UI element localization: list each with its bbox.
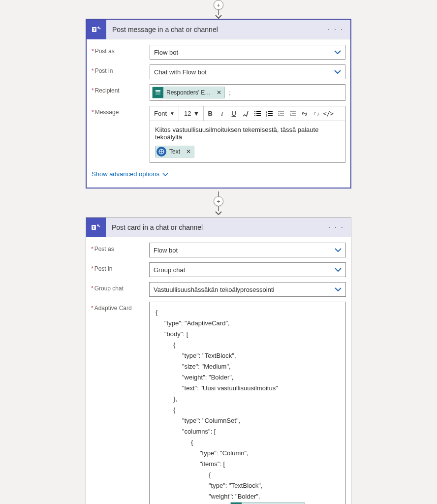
card-header: T Post card in a chat or channel · · ·	[86, 218, 351, 237]
adaptive-card-embedded-token[interactable]: Vastuullisuuspr… ✕	[230, 502, 304, 504]
rte-toolbar: Font ▼ 12 ▼ B I U	[150, 106, 345, 121]
card-menu-button[interactable]: · · ·	[321, 223, 351, 232]
svg-rect-21	[290, 111, 296, 112]
plus-icon: +	[217, 1, 220, 9]
chevron-down-icon	[335, 268, 342, 272]
chevron-down-icon	[162, 170, 168, 178]
plus-icon: +	[217, 198, 220, 205]
svg-point-8	[254, 113, 255, 114]
svg-rect-19	[280, 113, 284, 114]
svg-rect-15	[268, 113, 273, 114]
recipient-input[interactable]: Responders' E… ✕ ;	[150, 84, 345, 101]
card-title: Post card in a chat or channel	[106, 223, 321, 231]
svg-rect-13	[268, 111, 273, 112]
action-card-post-card[interactable]: T Post card in a chat or channel · · · *…	[86, 217, 351, 504]
unlink-button[interactable]	[311, 108, 322, 119]
underline-button[interactable]: U	[228, 108, 239, 119]
svg-point-27	[97, 224, 99, 226]
svg-rect-11	[256, 115, 261, 116]
code-view-button[interactable]: </>	[323, 108, 334, 119]
svg-rect-9	[256, 113, 261, 114]
post-as-select[interactable]: Flow bot	[149, 243, 346, 257]
svg-rect-5	[156, 90, 160, 92]
arrow-down-icon	[215, 211, 222, 215]
flow-connector-line	[218, 10, 219, 15]
chevron-down-icon	[335, 248, 342, 252]
card-title: Post message in a chat or channel	[106, 26, 321, 33]
svg-rect-22	[292, 113, 296, 114]
field-message: *Message Font ▼ 12 ▼ B	[87, 103, 350, 165]
action-card-post-message[interactable]: T Post message in a chat or channel · · …	[86, 19, 351, 189]
recipient-separator: ;	[227, 89, 231, 96]
chevron-down-icon	[334, 70, 341, 74]
card-menu-button[interactable]: · · ·	[321, 25, 350, 34]
recipient-token[interactable]: Responders' E… ✕	[152, 87, 225, 98]
flow-connector-line	[218, 206, 219, 211]
group-chat-select[interactable]: Vastuullisuushässäkän tekoälyprosessoint…	[149, 282, 346, 297]
message-body[interactable]: Kiitos vastuullisuusilmoituksen tekemise…	[150, 121, 345, 146]
field-post-in: *Post in Chat with Flow bot	[87, 62, 350, 82]
svg-rect-20	[278, 115, 284, 116]
chevron-down-icon	[334, 50, 341, 54]
svg-point-6	[254, 111, 255, 112]
svg-rect-7	[256, 111, 261, 112]
teams-icon: T	[86, 218, 106, 237]
dynamic-content-icon	[156, 147, 166, 157]
dropdown-icon: ▼	[170, 111, 175, 116]
field-post-as: *Post as Flow bot	[87, 42, 350, 62]
svg-point-3	[99, 28, 100, 29]
font-family-select[interactable]: Font ▼	[152, 106, 179, 121]
svg-text:T: T	[92, 225, 95, 230]
post-in-select[interactable]: Group chat	[149, 262, 346, 277]
flow-connector-line	[218, 191, 219, 196]
outdent-button[interactable]	[276, 108, 286, 119]
italic-button[interactable]: I	[217, 108, 227, 119]
message-editor[interactable]: Font ▼ 12 ▼ B I U	[150, 106, 345, 163]
post-as-select[interactable]: Flow bot	[150, 45, 345, 60]
link-button[interactable]	[299, 108, 310, 119]
bold-button[interactable]: B	[205, 108, 216, 119]
highlight-button[interactable]	[240, 108, 251, 119]
chevron-down-icon	[335, 287, 342, 291]
adaptive-card-editor[interactable]: { "type": "AdaptiveCard", "body": [ { "t…	[149, 302, 346, 504]
add-step-button-top[interactable]: +	[214, 0, 223, 10]
svg-point-2	[97, 27, 99, 29]
dropdown-icon: ▼	[193, 110, 199, 117]
post-in-select[interactable]: Chat with Flow bot	[150, 64, 345, 79]
forms-icon	[153, 87, 163, 98]
svg-rect-18	[278, 111, 284, 112]
card-header: T Post message in a chat or channel · · …	[87, 20, 350, 39]
indent-button[interactable]	[287, 108, 298, 119]
field-group-chat: *Group chat Vastuullisuushässäkän tekoäl…	[86, 280, 351, 299]
svg-rect-23	[290, 115, 296, 116]
field-post-in: *Post in Group chat	[86, 260, 351, 280]
token-remove-button[interactable]: ✕	[183, 148, 194, 155]
svg-point-10	[254, 115, 255, 116]
bullet-list-button[interactable]	[252, 108, 263, 119]
font-size-select[interactable]: 12 ▼	[180, 106, 204, 121]
svg-text:3: 3	[266, 114, 267, 117]
add-step-button-mid[interactable]: +	[214, 196, 223, 206]
field-adaptive-card: *Adaptive Card { "type": "AdaptiveCard",…	[86, 299, 351, 504]
svg-text:T: T	[93, 27, 95, 32]
svg-point-28	[98, 225, 100, 227]
field-recipient: *Recipient Responders' E… ✕ ;	[87, 82, 350, 103]
show-advanced-options-link[interactable]: Show advanced options	[92, 170, 168, 178]
arrow-down-icon	[215, 15, 222, 19]
message-text-token[interactable]: Text ✕	[155, 146, 194, 158]
svg-rect-17	[268, 115, 273, 116]
token-remove-button[interactable]: ✕	[214, 89, 224, 96]
field-post-as: *Post as Flow bot	[86, 240, 351, 260]
teams-icon: T	[87, 20, 106, 39]
number-list-button[interactable]: 123	[264, 108, 275, 119]
